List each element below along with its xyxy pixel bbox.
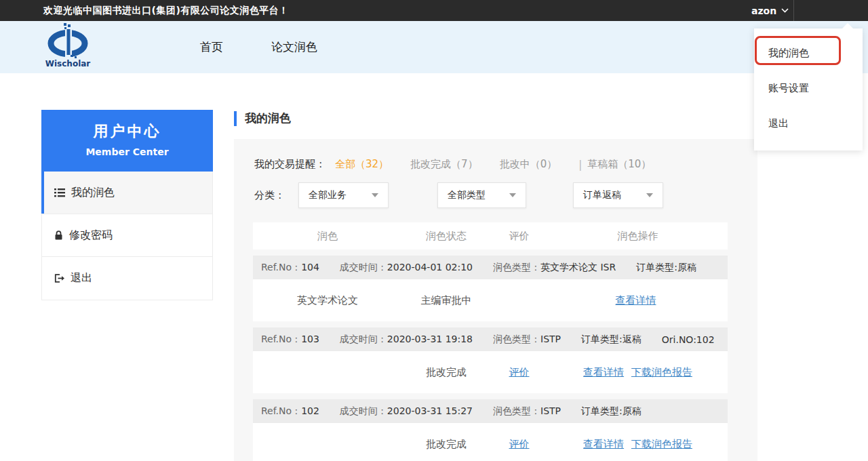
cell-status: 批改完成 (402, 366, 490, 379)
reminder-separator: | (578, 159, 582, 171)
user-dropdown-menu: 我的润色 账号设置 退出 (754, 28, 863, 151)
content-panel: 我的交易提醒： 全部（32） 批改完成（7） 批改中（0） | 草稿箱（10） … (234, 139, 757, 461)
user-dropdown-trigger[interactable]: azon (751, 0, 789, 21)
dropdown-arrow-icon (372, 193, 378, 197)
cell-status: 主编审批中 (402, 294, 490, 307)
list-icon (54, 188, 65, 197)
menu-notch (842, 23, 853, 28)
evaluate-link[interactable]: 评价 (509, 366, 530, 378)
dropdown-arrow-icon (646, 193, 653, 197)
title-accent-bar (234, 111, 237, 126)
column-header-polish: 润色 (253, 230, 402, 243)
menu-item-my-polish[interactable]: 我的润色 (754, 35, 863, 71)
select-type[interactable]: 全部类型 (437, 182, 526, 208)
download-report-link[interactable]: 下载润色报告 (631, 438, 692, 450)
sidebar-item-label: 修改密码 (69, 228, 113, 243)
orders-table: 润色 润色状态 评价 润色操作 Ref.No：104 成交时间：2020-04-… (253, 222, 728, 461)
menu-item-account-settings[interactable]: 账号设置 (754, 71, 863, 106)
sidebar-item-change-password[interactable]: 修改密码 (42, 214, 212, 257)
select-order-return[interactable]: 订单返稿 (573, 182, 663, 208)
select-value: 全部业务 (309, 189, 347, 201)
row-meta: Ref.No：104 成交时间：2020-04-01 02:10 润色类型：英文… (253, 256, 728, 279)
table-row: Ref.No：103 成交时间：2020-03-31 19:18 润色类型：IS… (253, 327, 728, 393)
column-header-actions: 润色操作 (548, 230, 728, 243)
download-report-link[interactable]: 下载润色报告 (631, 366, 692, 378)
row-body: 批改完成 评价 查看详情 下载润色报告 (253, 351, 728, 393)
sidebar-item-logout[interactable]: 退出 (42, 257, 212, 300)
page-title: 我的润色 (234, 111, 291, 126)
logo[interactable]: Wischolar (38, 23, 98, 68)
column-header-status: 润色状态 (402, 230, 490, 243)
cell-status: 批改完成 (402, 438, 490, 451)
member-center-title: 用户中心 (41, 110, 213, 142)
chevron-down-icon (781, 8, 789, 13)
transaction-reminder: 我的交易提醒： 全部（32） 批改完成（7） 批改中（0） | 草稿箱（10） (254, 158, 673, 171)
sidebar-item-label: 我的润色 (71, 186, 115, 200)
page: 欢迎光临中国图书进出口(集团)有限公司论文润色平台！ azon Wischola… (0, 0, 868, 461)
row-meta: Ref.No：103 成交时间：2020-03-31 19:18 润色类型：IS… (253, 327, 728, 351)
filter-label: 分类： (254, 189, 285, 202)
wischolar-logo-icon (39, 23, 96, 58)
topbar: 欢迎光临中国图书进出口(集团)有限公司论文润色平台！ azon (0, 0, 868, 21)
sidebar-item-my-polish[interactable]: 我的润色 (42, 172, 212, 214)
sidebar: 用户中心 Member Center 我的润色 (41, 110, 213, 300)
dropdown-arrow-icon (509, 193, 516, 197)
logo-text: Wischolar (38, 59, 98, 68)
select-value: 全部类型 (448, 189, 486, 201)
header: Wischolar 首页 论文润色 (0, 21, 868, 73)
select-value: 订单返稿 (583, 189, 621, 201)
row-body: 批改完成 评价 查看详情 下载润色报告 (253, 423, 728, 461)
welcome-text: 欢迎光临中国图书进出口(集团)有限公司论文润色平台！ (43, 0, 289, 21)
table-row: Ref.No：102 成交时间：2020-03-31 15:27 润色类型：IS… (253, 399, 728, 461)
select-business-type[interactable]: 全部业务 (298, 182, 389, 208)
topbar-divider (793, 0, 794, 21)
table-row: Ref.No：104 成交时间：2020-04-01 02:10 润色类型：英文… (253, 256, 728, 321)
logout-icon (54, 274, 64, 283)
nav-home[interactable]: 首页 (200, 21, 223, 73)
row-body: 英文学术论文 主编审批中 查看详情 (253, 279, 728, 321)
menu-item-logout[interactable]: 退出 (754, 106, 863, 141)
table-header: 润色 润色状态 评价 润色操作 (253, 222, 728, 249)
view-details-link[interactable]: 查看详情 (583, 366, 624, 378)
member-center-header: 用户中心 Member Center (41, 110, 213, 172)
sidebar-item-label: 退出 (71, 271, 92, 285)
view-details-link[interactable]: 查看详情 (616, 294, 656, 306)
page-title-text: 我的润色 (245, 111, 291, 126)
view-details-link[interactable]: 查看详情 (583, 438, 624, 450)
reminder-label: 我的交易提醒： (254, 158, 326, 171)
nav-paper-polish[interactable]: 论文润色 (271, 21, 317, 73)
username: azon (751, 5, 776, 16)
reminder-tab-all[interactable]: 全部（32） (335, 158, 389, 171)
reminder-tab-in-progress[interactable]: 批改中（0） (500, 158, 557, 171)
evaluate-link[interactable]: 评价 (509, 438, 530, 450)
member-center-subtitle: Member Center (41, 146, 213, 157)
column-header-evaluate: 评价 (490, 230, 548, 243)
cell-name: 英文学术论文 (253, 294, 402, 307)
reminder-tab-drafts[interactable]: 草稿箱（10） (587, 158, 651, 171)
row-meta: Ref.No：102 成交时间：2020-03-31 15:27 润色类型：IS… (253, 399, 728, 423)
reminder-tab-completed[interactable]: 批改完成（7） (410, 158, 478, 171)
lock-icon (54, 230, 63, 240)
sidebar-items: 我的润色 修改密码 退 (41, 172, 213, 300)
